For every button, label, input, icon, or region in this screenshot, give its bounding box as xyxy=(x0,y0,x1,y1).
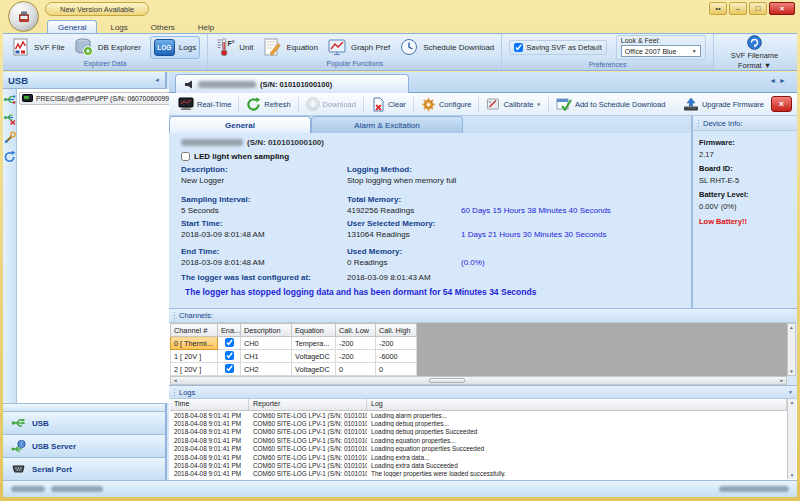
log-row[interactable]: 2018-04-08 9:01:41 PMCOM60 SITE-LOG LPV-… xyxy=(170,428,787,436)
equation-button[interactable]: Equation xyxy=(262,37,318,57)
cali-high-cell[interactable]: -200 xyxy=(376,337,417,350)
log-row[interactable]: 2018-04-08 9:01:41 PMCOM60 SITE-LOG LPV-… xyxy=(170,461,787,469)
calibrate-button[interactable]: Calibrate ▼ xyxy=(482,95,544,113)
schedule-download-button[interactable]: Schedule Download xyxy=(399,37,494,57)
nav-item-usb[interactable]: USB xyxy=(3,411,165,434)
configure-button[interactable]: Configure xyxy=(417,95,476,114)
col-equation[interactable]: Equation xyxy=(292,324,336,337)
col-log[interactable]: Log xyxy=(367,399,787,410)
svf-file-button[interactable]: SVF File xyxy=(10,37,65,57)
enabled-cell[interactable] xyxy=(218,350,241,363)
calibrate-dropdown-icon[interactable]: ▼ xyxy=(536,102,540,107)
channels-vertical-scrollbar[interactable]: ▲▼ xyxy=(787,323,796,376)
description-cell[interactable]: CH1 xyxy=(241,350,292,363)
enabled-cell[interactable] xyxy=(218,363,241,376)
graph-pref-button[interactable]: Graph Pref xyxy=(327,37,390,57)
more-windows-button[interactable]: •• xyxy=(709,2,727,15)
close-document-button[interactable]: × xyxy=(771,96,792,112)
nav-splitter[interactable] xyxy=(3,403,165,411)
saving-svf-checkbox[interactable] xyxy=(514,43,523,52)
log-row[interactable]: 2018-04-08 9:01:41 PMCOM60 SITE-LOG LPV-… xyxy=(170,411,787,419)
refresh-button[interactable]: Refresh xyxy=(242,95,294,114)
minimize-button[interactable]: – xyxy=(729,2,747,15)
col-channel[interactable]: Channel # xyxy=(171,324,218,337)
look-feel-select[interactable]: Office 2007 Blue ▼ xyxy=(621,45,701,57)
real-time-button[interactable]: Real-Time xyxy=(174,95,235,113)
equation-cell[interactable]: VoltageDC xyxy=(292,363,336,376)
close-button[interactable]: × xyxy=(769,2,795,15)
log-row[interactable]: 2018-04-08 9:01:41 PMCOM60 SITE-LOG LPV-… xyxy=(170,470,787,478)
ribbon-tab-logs[interactable]: Logs xyxy=(100,21,137,33)
log-row[interactable]: 2018-04-08 9:01:41 PMCOM60 SITE-LOG LPV-… xyxy=(170,419,787,427)
add-to-schedule-button[interactable]: Add to Schedule Download xyxy=(552,95,669,113)
db-explorer-button[interactable]: DB Explorer xyxy=(74,37,141,57)
scrollbar-thumb[interactable] xyxy=(429,378,465,383)
enabled-cell[interactable] xyxy=(218,337,241,350)
cali-low-cell[interactable]: -200 xyxy=(336,350,376,363)
device-subtabs: General Alarm & Excitation xyxy=(169,116,691,133)
channel-enabled-checkbox[interactable] xyxy=(225,364,234,373)
upgrade-firmware-button[interactable]: Upgrade Firmware xyxy=(679,95,768,113)
device-document-tab[interactable]: (S/N: 010101000100) xyxy=(175,74,409,93)
logs-button[interactable]: LOG Logs xyxy=(150,36,200,59)
collapse-panel-icon[interactable]: ◄ xyxy=(154,77,160,83)
cali-high-cell[interactable]: -6000 xyxy=(376,350,417,363)
scroll-down-icon[interactable]: ▼ xyxy=(789,369,793,374)
logs-vertical-scrollbar[interactable]: ▲▼ xyxy=(787,399,796,479)
col-reporter[interactable]: Reporter xyxy=(249,399,367,410)
channel-cell[interactable]: 1 [ 20V ] xyxy=(171,350,218,363)
tab-alarm-excitation[interactable]: Alarm & Excitation xyxy=(311,116,463,133)
col-cali-low[interactable]: Cali. Low xyxy=(336,324,376,337)
scroll-left-icon[interactable]: ◄ xyxy=(173,378,177,383)
usb-disconnect-icon[interactable] xyxy=(3,112,16,125)
scroll-right-icon[interactable]: ► xyxy=(780,378,784,383)
scroll-up-icon[interactable]: ▲ xyxy=(790,400,794,405)
log-row[interactable]: 2018-04-08 9:01:41 PMCOM60 SITE-LOG LPV-… xyxy=(170,453,787,461)
serial-header: (S/N: 010101000100) xyxy=(247,138,324,147)
cali-high-cell[interactable]: 0 xyxy=(376,363,417,376)
channels-header-row: Channel # Ena... Description Equation Ca… xyxy=(171,324,417,337)
device-tree-item[interactable]: PRECISE/@@#PPUPP (S/N: 060700600999) xyxy=(19,92,178,105)
refresh-devices-icon[interactable] xyxy=(3,150,16,163)
configure-icon xyxy=(421,97,436,112)
log-row[interactable]: 2018-04-08 9:01:41 PMCOM60 SITE-LOG LPV-… xyxy=(170,445,787,453)
scroll-up-icon[interactable]: ▲ xyxy=(789,325,793,330)
channel-cell[interactable]: 0 [ Thermi... xyxy=(171,337,218,350)
nav-serial-port-label: Serial Port xyxy=(32,465,72,474)
channels-horizontal-scrollbar[interactable]: ◄ ► xyxy=(170,376,787,385)
cali-low-cell[interactable]: 0 xyxy=(336,363,376,376)
description-cell[interactable]: CH0 xyxy=(241,337,292,350)
device-tools-icon[interactable] xyxy=(3,131,16,144)
cali-low-cell[interactable]: -200 xyxy=(336,337,376,350)
svf-filename-format-button[interactable]: SVF Filename Format ▼ xyxy=(721,35,789,70)
log-row[interactable]: 2018-04-08 9:01:41 PMCOM60 SITE-LOG LPV-… xyxy=(170,436,787,444)
led-light-checkbox[interactable] xyxy=(181,152,190,161)
new-version-button[interactable]: New Version Available xyxy=(45,2,149,16)
tab-scroll-right-icon[interactable]: ► xyxy=(779,77,789,84)
col-cali-high[interactable]: Cali. High xyxy=(376,324,417,337)
tab-general[interactable]: General xyxy=(169,116,311,133)
channel-cell[interactable]: 2 [ 20V ] xyxy=(171,363,218,376)
look-feel-value: Office 2007 Blue xyxy=(625,48,677,55)
channel-enabled-checkbox[interactable] xyxy=(225,351,234,360)
channel-enabled-checkbox[interactable] xyxy=(225,338,234,347)
col-description[interactable]: Description xyxy=(241,324,292,337)
usb-connect-icon[interactable] xyxy=(3,93,16,106)
col-enabled[interactable]: Ena... xyxy=(218,324,241,337)
equation-cell[interactable]: Tempera... xyxy=(292,337,336,350)
col-time[interactable]: Time xyxy=(170,399,249,410)
scroll-down-icon[interactable]: ▼ xyxy=(790,473,794,478)
ribbon-tab-help[interactable]: Help xyxy=(188,21,224,33)
tab-scroll-left-icon[interactable]: ◄ xyxy=(769,77,779,84)
description-cell[interactable]: CH2 xyxy=(241,363,292,376)
ribbon-tab-general[interactable]: General xyxy=(47,20,97,33)
clear-button[interactable]: Clear xyxy=(367,95,410,114)
equation-cell[interactable]: VoltageDC xyxy=(292,350,336,363)
nav-item-usb-server[interactable]: USB Server xyxy=(3,434,165,457)
unit-button[interactable]: F° Unit xyxy=(215,37,253,57)
nav-item-serial-port[interactable]: Serial Port xyxy=(3,457,165,480)
ribbon-tab-others[interactable]: Others xyxy=(141,21,185,33)
logs-collapse-icon[interactable]: ▼ xyxy=(788,389,793,395)
app-menu-orb[interactable] xyxy=(8,1,39,32)
maximize-button[interactable]: □ xyxy=(749,2,767,15)
